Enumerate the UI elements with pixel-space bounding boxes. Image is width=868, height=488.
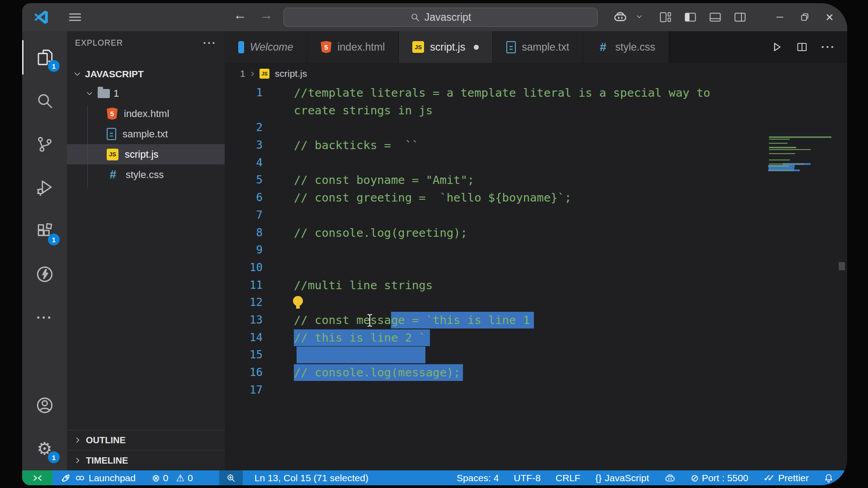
tab-label: style.css — [615, 41, 655, 53]
code-line[interactable]: 3 // backticks = `` — [225, 136, 847, 154]
code-line[interactable]: 15 — [225, 346, 847, 364]
encoding-item[interactable]: UTF-8 — [514, 473, 541, 483]
minimize-icon[interactable] — [772, 9, 788, 25]
code-line[interactable]: 9 — [225, 241, 847, 259]
code-line[interactable]: 7 — [225, 206, 847, 224]
eol-item[interactable]: CRLF — [556, 473, 580, 483]
editor-tab[interactable]: JS script.js — [399, 31, 493, 63]
folder-row[interactable]: 1 — [67, 84, 225, 103]
run-button[interactable] — [770, 41, 783, 53]
code-editor[interactable]: 1 //template literals = a template liter… — [225, 84, 847, 470]
sidebar-panel-header[interactable]: TIMELINE — [67, 450, 225, 470]
chevron-down-icon[interactable] — [632, 9, 647, 24]
code-line[interactable]: 10 — [225, 259, 847, 277]
language-item[interactable]: {} JavaScript — [595, 473, 649, 483]
cursor-position[interactable]: Ln 13, Col 15 (71 selected) — [255, 473, 368, 483]
restore-icon[interactable] — [797, 9, 812, 25]
toggle-panel-icon[interactable] — [708, 9, 723, 25]
prettier-item[interactable]: ✓✓ Prettier — [763, 473, 809, 483]
menu-icon[interactable] — [68, 12, 82, 23]
circle-slash-icon: ⊘ — [691, 473, 699, 483]
code-line[interactable]: 11 //multi line strings — [225, 277, 847, 294]
editor-tab[interactable]: sample.txt — [493, 31, 583, 63]
settings-gear-icon[interactable]: ⚙ 1 — [22, 427, 67, 470]
code-line[interactable]: 16 // console.log(message); — [225, 364, 847, 381]
code-line[interactable]: 6 // const greeting = `hello ${boyname}`… — [225, 189, 847, 206]
sidebar-item-run-debug[interactable] — [22, 166, 67, 209]
breadcrumb[interactable]: 1 › JS script.js — [225, 63, 847, 84]
line-number: 12 — [225, 294, 263, 311]
breadcrumb-folder[interactable]: 1 — [240, 68, 245, 79]
copilot-status-icon[interactable] — [664, 473, 676, 483]
explorer-sidebar: EXPLORER ··· JAVASCRIPT 1 5 index.html s… — [67, 31, 225, 470]
workspace-section-javascript[interactable]: JAVASCRIPT — [67, 65, 225, 84]
launchpad-item[interactable]: Launchpad — [61, 473, 136, 483]
forward-arrow-icon[interactable]: → — [258, 7, 274, 23]
indentation-item[interactable]: Spaces: 4 — [457, 473, 499, 483]
code-line[interactable]: 2 — [225, 119, 847, 136]
editor-tab[interactable]: # style.css — [583, 31, 669, 63]
sidebar-item-source-control[interactable] — [22, 122, 67, 166]
code-line[interactable]: 5 // const boyname = "Amit"; — [225, 171, 847, 189]
more-views-icon[interactable]: ··· — [22, 296, 67, 339]
problems-item[interactable]: ⊗ 0 ⚠ 0 — [152, 473, 193, 483]
line-number: 2 — [225, 119, 263, 136]
live-server-port-item[interactable]: ⊘ Port : 5500 — [691, 473, 748, 483]
code-text: //multi line strings — [294, 277, 433, 294]
code-line[interactable]: 8 // console.log(greeting); — [225, 224, 847, 242]
tab-label: Welcome — [250, 41, 293, 53]
scrollbar-thumb[interactable] — [839, 262, 845, 270]
remote-indicator[interactable] — [22, 470, 52, 485]
editor-tab[interactable]: Welcome — [225, 31, 307, 63]
notifications-bell-icon[interactable] — [824, 473, 834, 483]
code-line[interactable]: create strings in js — [225, 102, 847, 119]
breadcrumb-file[interactable]: script.js — [275, 68, 307, 79]
error-icon: ⊗ — [152, 473, 160, 483]
error-count: 0 — [163, 473, 169, 483]
js-file-icon: JS — [259, 69, 269, 79]
zoom-indicator[interactable] — [219, 470, 243, 485]
customize-layout-icon[interactable] — [658, 9, 673, 25]
toggle-sidebar-icon[interactable] — [683, 9, 698, 25]
folder-icon — [98, 89, 110, 98]
code-text: // const message = `this is line 1 — [294, 311, 530, 329]
line-number: 1 — [225, 84, 263, 102]
code-line[interactable]: 4 — [225, 154, 847, 172]
tab-label: index.html — [337, 41, 385, 53]
sidebar-item-lightning[interactable] — [22, 253, 67, 296]
lightbulb-icon[interactable] — [292, 296, 303, 309]
back-arrow-icon[interactable]: ← — [232, 7, 248, 23]
line-number: 5 — [225, 171, 263, 189]
code-line[interactable]: 14 // this is line 2 ` — [225, 329, 847, 347]
vscode-window: ← → Javascript — [22, 3, 847, 485]
sidebar-panel-header[interactable]: OUTLINE — [67, 430, 225, 450]
toggle-secondary-sidebar-icon[interactable] — [732, 9, 748, 25]
sidebar-item-extensions[interactable]: 1 — [22, 209, 67, 253]
file-tree-item[interactable]: JS script.js — [67, 144, 225, 164]
code-line[interactable]: 17 — [225, 381, 847, 399]
file-tree-item[interactable]: 5 index.html — [67, 103, 225, 124]
settings-badge: 1 — [48, 451, 60, 463]
editor-more-actions-icon[interactable]: ··· — [821, 40, 835, 54]
copilot-icon[interactable] — [613, 9, 628, 24]
code-line[interactable]: 13 // const message = `this is line 1 — [225, 311, 847, 329]
code-line[interactable]: 12 — [225, 294, 847, 311]
code-text: // console.log(message); — [294, 364, 460, 381]
sidebar-item-search[interactable] — [22, 79, 67, 122]
line-number: 9 — [225, 241, 263, 259]
code-line[interactable]: 1 //template literals = a template liter… — [225, 84, 847, 102]
file-tree-item[interactable]: # style.css — [67, 164, 225, 185]
tab-label: sample.txt — [522, 41, 569, 53]
file-tree-item[interactable]: sample.txt — [67, 124, 225, 144]
explorer-more-actions-icon[interactable]: ··· — [203, 37, 217, 49]
editor-tab[interactable]: 5 index.html — [307, 31, 399, 63]
command-center-search[interactable]: Javascript — [283, 8, 598, 27]
split-editor-icon[interactable] — [796, 41, 808, 53]
sidebar-item-explorer[interactable]: 1 — [22, 36, 67, 79]
close-icon[interactable]: × — [822, 9, 837, 25]
account-icon[interactable] — [22, 384, 67, 427]
code-text: // backticks = `` — [294, 136, 419, 154]
status-bar: Launchpad ⊗ 0 ⚠ 0 Ln 13, Col 15 (71 sele… — [22, 470, 847, 485]
minimap[interactable] — [768, 136, 834, 174]
line-number: 7 — [225, 206, 263, 224]
